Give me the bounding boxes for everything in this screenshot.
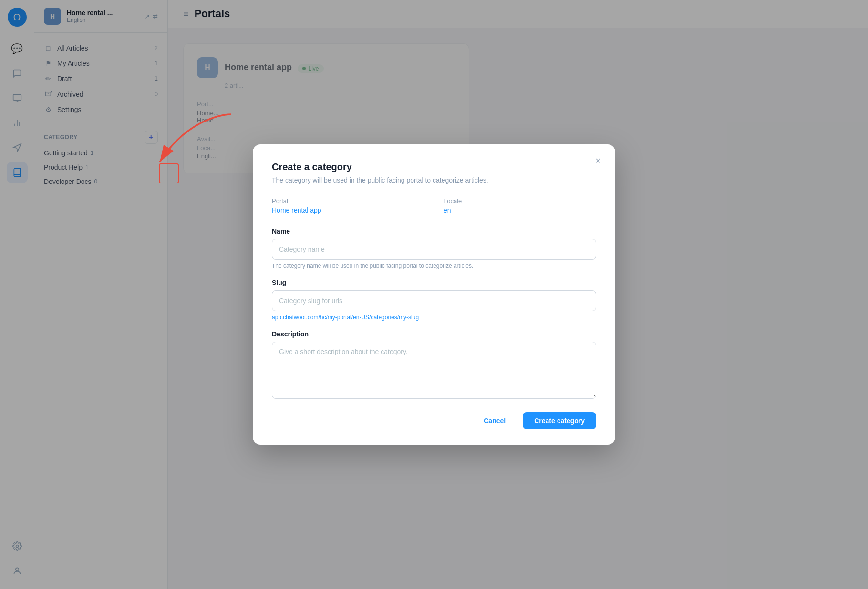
description-textarea[interactable] [272,342,596,399]
description-label: Description [272,330,596,338]
slug-label: Slug [272,279,596,286]
slug-input[interactable] [272,290,596,311]
slug-form-group: Slug app.chatwoot.com/hc/my-portal/en-US… [272,279,596,321]
modal-footer: Cancel Create category [272,412,596,429]
description-form-group: Description [272,330,596,401]
modal-locale-field: Locale en [444,197,596,214]
locale-field-value: en [444,206,596,214]
modal-portal-locale-row: Portal Home rental app Locale en [272,197,596,214]
modal-overlay[interactable]: × Create a category The category will be… [0,0,868,589]
cancel-button[interactable]: Cancel [472,412,517,429]
modal-subtitle: The category will be used in the public … [272,176,596,184]
modal-portal-field: Portal Home rental app [272,197,424,214]
create-category-button[interactable]: Create category [523,412,596,429]
locale-field-label: Locale [444,197,596,204]
modal-close-button[interactable]: × [590,153,606,168]
slug-hint-link[interactable]: app.chatwoot.com/hc/my-portal/en-US/cate… [272,314,419,321]
portal-field-value: Home rental app [272,206,424,214]
create-category-modal: × Create a category The category will be… [253,144,615,445]
name-label: Name [272,227,596,235]
portal-field-label: Portal [272,197,424,204]
slug-hint: app.chatwoot.com/hc/my-portal/en-US/cate… [272,314,596,321]
name-form-group: Name The category name will be used in t… [272,227,596,269]
name-input[interactable] [272,239,596,260]
name-hint: The category name will be used in the pu… [272,263,596,269]
modal-title: Create a category [272,162,596,173]
